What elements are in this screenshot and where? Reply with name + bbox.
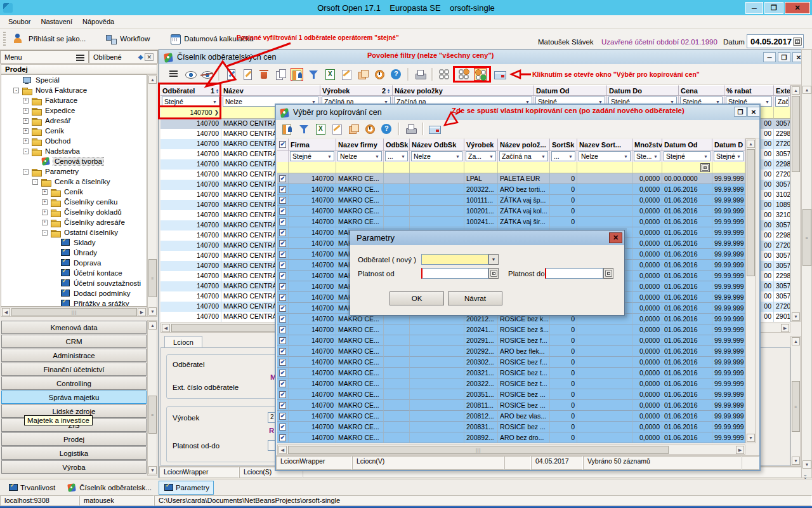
odberatel-novy-input[interactable] (421, 254, 488, 265)
dialog-restore-button[interactable]: ❐ (734, 107, 747, 117)
dialog-table-row[interactable]: ✔140700MAKRO CE...200241...ROSICE bez š.… (277, 324, 745, 335)
tree-item-p-ir-ky-a-sr-ky[interactable]: Přirážky a srážky (1, 298, 147, 307)
module-button-finan-n-etnictv-[interactable]: Finanční účetnictví (1, 363, 147, 376)
module-button-spr-va-majetku[interactable]: Správa majetku (1, 391, 147, 404)
minimize-button[interactable]: ─ (745, 2, 763, 14)
module-button-prodej[interactable]: Prodej (1, 432, 147, 446)
tree-item-fakturace[interactable]: +Fakturace (1, 95, 147, 105)
modules-vscrollbar[interactable]: ▲ ▼ ≡ (147, 320, 157, 476)
clover-o-icon[interactable] (457, 68, 470, 81)
row-checkbox[interactable]: ✔ (279, 413, 286, 420)
column-header-Exter[interactable]: Exter (774, 85, 790, 96)
tree-item-obchod[interactable]: +Obchod (1, 136, 147, 146)
dialog-table-row[interactable]: ✔140700MAKRO CE...100111...ZÁTKA vaj šp.… (277, 195, 745, 206)
row-checkbox[interactable]: ✔ (279, 251, 286, 258)
select-all-checkbox[interactable]: ✔ (279, 141, 286, 148)
row-checkbox[interactable]: ✔ (279, 316, 286, 323)
module-button-v-roba[interactable]: Výroba (1, 460, 147, 474)
dialog-column-header-Název OdbSk[interactable]: Název OdbSk (410, 138, 464, 150)
navrat-button[interactable]: Návrat (448, 291, 502, 305)
tree-item--seln-ky-cen-ku[interactable]: +Číselníky ceníku (1, 197, 147, 207)
row-checkbox[interactable]: ✔ (279, 391, 286, 398)
dialog-table-row[interactable]: ✔140700MAKRO CE...200892...ARO bez dro..… (277, 432, 745, 443)
column-header-Cena[interactable]: Cena (679, 85, 724, 96)
list-icon[interactable] (167, 68, 180, 81)
expand-icon[interactable]: + (42, 199, 48, 205)
row-checkbox[interactable]: ✔ (279, 370, 286, 377)
collapse-icon[interactable]: - (42, 230, 48, 236)
dialog-filter-value-cell[interactable] (277, 162, 289, 173)
menu-soubor[interactable]: Soubor (4, 17, 35, 27)
menu-panel-header[interactable]: Menu (0, 50, 89, 64)
tree-item-cenov-tvorba[interactable]: Cenová tvorba (1, 156, 147, 166)
dialog-column-header-Nazev Sort...[interactable]: Nazev Sort... (577, 138, 632, 150)
dialog-column-header-Výrobek[interactable]: Výrobek (464, 138, 498, 150)
excel-icon[interactable] (324, 68, 336, 81)
module-button-administrace[interactable]: Administrace (1, 349, 147, 362)
workspace-vscrollbar[interactable]: ▲ ▼ ≡ ⌄⌄ (801, 50, 812, 478)
dialog-filter-value-cell[interactable] (550, 162, 577, 173)
expand-icon[interactable]: + (23, 98, 29, 104)
platnost-do-calendar-button[interactable] (603, 268, 613, 279)
print-icon[interactable] (404, 123, 417, 135)
row-checkbox[interactable]: ✔ (279, 240, 286, 247)
table-vscrollbar[interactable]: ▲ ▼ (790, 85, 801, 322)
dialog-table-row[interactable]: ✔140700MAKRO CE...200302...ROSICE bez f.… (277, 357, 745, 368)
workflow-button[interactable]: Workflow (101, 31, 154, 46)
dialog-filter-value-cell[interactable] (712, 162, 745, 173)
tree-item-doprava[interactable]: Doprava (1, 258, 147, 268)
dialog-column-header-Nazev firmy[interactable]: Nazev firmy (336, 138, 384, 150)
column-header-% rabat[interactable]: % rabat (724, 85, 774, 96)
expand-icon[interactable]: + (42, 189, 48, 195)
dialog-column-header-check[interactable]: ✔ (277, 138, 289, 150)
tab-ciselnik[interactable]: Číselník odběratelsk... (62, 481, 156, 495)
column-header-Datum Od[interactable]: Datum Od (534, 85, 607, 96)
note-icon[interactable] (340, 68, 353, 81)
dialog-table-row[interactable]: ✔140700MAKRO CE...200322...ARO bez torti… (277, 184, 745, 195)
filter-operator-combo[interactable]: ...▼ (385, 151, 408, 161)
module-button-controlling[interactable]: Controlling (1, 377, 147, 390)
collapse-icon[interactable]: - (23, 169, 29, 175)
filter-operator-combo[interactable]: Za...▼ (466, 151, 496, 161)
note-icon[interactable] (331, 123, 343, 135)
row-checkbox[interactable]: ✔ (279, 186, 286, 193)
filter-value-cell[interactable] (774, 107, 790, 119)
dialog-filter-value-cell[interactable] (662, 162, 712, 173)
filter-operator-combo[interactable]: Nelze▼ (411, 151, 462, 161)
window-restore-button[interactable]: ❐ (778, 52, 790, 62)
help-icon[interactable] (390, 68, 402, 81)
dialog-table-row[interactable]: ✔140700MAKRO CE...200291...ROSICE bez f.… (277, 335, 745, 346)
tree-item-adres-[interactable]: +Adresář (1, 116, 147, 126)
row-checkbox[interactable]: ✔ (279, 208, 286, 215)
dialog-column-header-Firma[interactable]: Firma (289, 138, 336, 150)
row-checkbox[interactable]: ✔ (279, 197, 286, 204)
filter-icon[interactable] (298, 123, 310, 135)
odberatel-spinner-button[interactable]: ▼ (488, 254, 499, 265)
platnost-od-calendar-button[interactable] (488, 268, 499, 279)
row-checkbox[interactable]: ✔ (279, 294, 286, 301)
eye-icon[interactable] (184, 68, 197, 81)
filter-operator-combo[interactable]: Začín▼ (775, 97, 789, 107)
ok-button[interactable]: OK (390, 291, 444, 305)
collapse-icon[interactable]: - (32, 179, 38, 185)
expand-icon[interactable]: + (23, 118, 29, 124)
menu-list-icon[interactable] (74, 52, 84, 62)
row-checkbox[interactable]: ✔ (279, 175, 286, 182)
row-checkbox[interactable]: ✔ (279, 434, 286, 441)
login-as-button[interactable]: Přihlásit se jako... (10, 31, 89, 46)
dialog-table-row[interactable]: ✔140700MAKRO CE...200321...ROSICE bez t.… (277, 368, 745, 378)
copy-icon[interactable] (274, 68, 287, 81)
module-button-crm[interactable]: CRM (1, 335, 147, 348)
dialog-column-header-Název polož...[interactable]: Název polož... (498, 138, 550, 150)
tree-item--seln-ky-adres-e[interactable]: +Číselníky adresáře (1, 217, 147, 227)
menu-nastaveni[interactable]: Nastavení (36, 17, 77, 27)
column-header-Výrobek[interactable]: Výrobek2▲▼ (320, 85, 393, 96)
tree-item-expedice[interactable]: +Expedice (1, 105, 147, 116)
dialog-vscrollbar[interactable]: ▲ ▼ (745, 138, 756, 443)
filter-operator-combo[interactable]: Stejné▼ (290, 151, 334, 161)
dialog-filter-value-cell[interactable] (410, 162, 464, 173)
tree-item-dodac-podm-nky[interactable]: Dodací podmínky (1, 288, 147, 298)
dialog-column-header-Množství[interactable]: Množství (632, 138, 662, 150)
browse-icon[interactable] (281, 123, 294, 135)
expand-icon[interactable]: + (23, 108, 29, 114)
